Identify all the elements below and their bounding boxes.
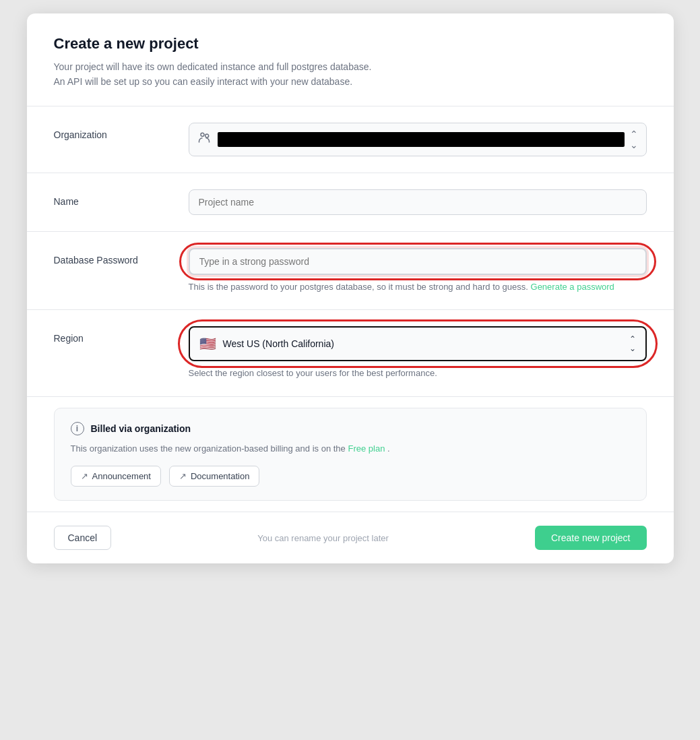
announcement-button[interactable]: ↗ Announcement [71,466,161,487]
org-icon [197,131,211,148]
database-password-label: Database Password [54,248,162,266]
region-chevron-icon: ⌃⌄ [629,334,636,353]
svg-point-1 [205,134,208,137]
project-name-input[interactable] [189,189,647,215]
region-select[interactable]: 🇺🇸 West US (North California) ⌃⌄ [189,326,647,361]
modal-footer: Cancel You can rename your project later… [27,512,674,563]
password-hint: This is the password to your postgres da… [189,280,647,294]
region-flag-icon: 🇺🇸 [199,336,216,352]
documentation-button[interactable]: ↗ Documentation [169,466,259,487]
database-password-input[interactable] [189,248,647,275]
region-label: Region [54,326,162,344]
name-section: Name [27,173,674,232]
region-control: 🇺🇸 West US (North California) ⌃⌄ Select … [189,326,647,380]
free-plan-link[interactable]: Free plan [348,443,385,454]
region-select-wrapper: 🇺🇸 West US (North California) ⌃⌄ [189,326,647,361]
password-control: This is the password to your postgres da… [189,248,647,294]
organization-select[interactable]: ⌃⌄ [189,123,647,156]
region-hint: Select the region closest to your users … [189,367,647,380]
billing-buttons: ↗ Announcement ↗ Documentation [71,466,630,487]
organization-label: Organization [54,123,162,140]
rename-hint: You can rename your project later [257,533,389,543]
database-password-section: Database Password This is the password t… [27,232,674,311]
billing-section: i Billed via organization This organizat… [54,408,647,501]
modal-description-line2: An API will be set up so you can easily … [54,74,647,89]
organization-control: ⌃⌄ [189,123,647,156]
svg-point-0 [201,133,204,137]
announcement-external-icon: ↗ [81,471,88,481]
chevron-icon: ⌃⌄ [630,129,638,150]
name-control [189,189,647,215]
billing-title: Billed via organization [91,423,191,434]
billing-desc: This organization uses the new organizat… [71,442,630,456]
documentation-external-icon: ↗ [179,471,187,481]
organization-section: Organization ⌃⌄ [27,106,674,173]
info-icon: i [71,422,84,435]
name-label: Name [54,189,162,207]
modal-header: Create a new project Your project will h… [27,13,674,106]
region-section: Region 🇺🇸 West US (North California) ⌃⌄ … [27,310,674,397]
region-value: West US (North California) [223,338,623,349]
cancel-button[interactable]: Cancel [54,526,112,550]
create-project-modal: Create a new project Your project will h… [27,13,674,563]
billing-header: i Billed via organization [71,422,630,435]
org-value-redacted [218,132,625,147]
modal-description-line1: Your project will have its own dedicated… [54,59,647,74]
password-input-wrapper [189,248,647,275]
modal-title: Create a new project [54,35,647,53]
create-project-button[interactable]: Create new project [535,526,647,550]
generate-password-link[interactable]: Generate a password [531,282,614,292]
